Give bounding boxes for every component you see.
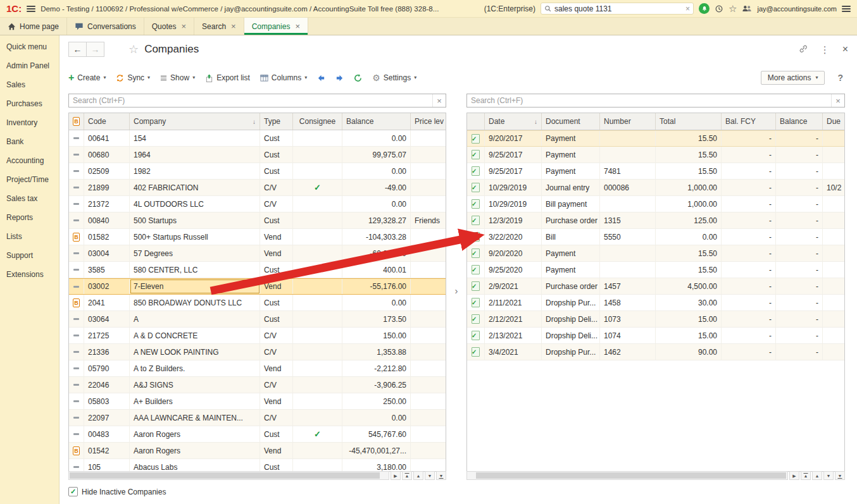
scrollbar-track[interactable] xyxy=(68,471,389,480)
cell-company[interactable]: 1964 xyxy=(130,147,260,163)
cell-total[interactable]: 15.00 xyxy=(656,311,722,327)
cell-price-level[interactable] xyxy=(411,393,446,409)
cell-bal-fcy[interactable]: - xyxy=(722,262,776,278)
cell-type[interactable]: Cust xyxy=(260,212,293,228)
panel-collapse-chevron[interactable]: › xyxy=(451,280,461,301)
cell-code[interactable]: 05790 xyxy=(84,360,130,376)
cell-type[interactable]: C/V xyxy=(260,377,293,393)
cell-company[interactable]: 57 Degrees xyxy=(130,245,260,261)
cell-type[interactable]: Cust xyxy=(260,311,293,327)
header-consignee[interactable]: Consignee xyxy=(293,113,342,130)
cell-consignee[interactable] xyxy=(293,443,342,458)
cell-document-type[interactable]: Payment xyxy=(542,131,600,146)
cell-marker[interactable]: B xyxy=(69,229,84,245)
companies-search-input[interactable] xyxy=(69,94,432,107)
cell-consignee[interactable] xyxy=(293,212,342,228)
cell-company[interactable]: 7-Eleven xyxy=(130,279,260,294)
cell-marker[interactable] xyxy=(69,196,84,212)
cell-code[interactable]: 03064 xyxy=(84,311,130,327)
cell-number[interactable] xyxy=(600,196,656,212)
document-row[interactable]: ✓10/29/2019Bill payment1,000.00-- xyxy=(467,196,844,212)
cell-doc-marker[interactable]: ✓ xyxy=(467,245,485,261)
cell-total[interactable]: 15.00 xyxy=(656,328,722,343)
cell-consignee[interactable] xyxy=(293,459,342,471)
cell-number[interactable]: 1074 xyxy=(600,328,656,343)
cell-company[interactable]: A NEW LOOK PAINTING xyxy=(130,344,260,360)
header-total[interactable]: Total xyxy=(656,113,722,130)
cell-total[interactable]: 0.00 xyxy=(656,229,722,245)
cell-company[interactable]: Abacus Labs xyxy=(130,459,260,471)
company-row[interactable]: 3585580 CENTER, LLCCust400.01 xyxy=(69,262,446,278)
cell-balance[interactable]: 400.01 xyxy=(342,262,411,278)
header-marker[interactable]: B xyxy=(69,113,84,130)
cell-total[interactable]: 1,000.00 xyxy=(656,196,722,212)
cell-code[interactable]: 03004 xyxy=(84,245,130,261)
cell-number[interactable]: 7481 xyxy=(600,163,656,179)
header-code[interactable]: Code xyxy=(84,113,130,130)
tab-conversations[interactable]: Conversations xyxy=(67,18,144,35)
cell-number[interactable]: 1457 xyxy=(600,278,656,294)
header-type[interactable]: Type xyxy=(260,113,293,130)
scrollbar-thumb[interactable] xyxy=(70,472,380,479)
cell-company[interactable]: A xyxy=(130,311,260,327)
document-row[interactable]: ✓9/25/2020Payment15.50-- xyxy=(467,262,844,278)
sidebar-item-reports[interactable]: Reports xyxy=(0,208,59,227)
cell-consignee[interactable] xyxy=(293,147,342,163)
cell-code[interactable]: 3585 xyxy=(84,262,130,278)
cell-balance[interactable]: -45,470,001,27... xyxy=(342,443,411,458)
scroll-right-button[interactable]: ▶ xyxy=(391,471,401,480)
cell-number[interactable]: 000086 xyxy=(600,180,656,195)
cell-number[interactable]: 1073 xyxy=(600,311,656,327)
cell-type[interactable]: Cust xyxy=(260,147,293,163)
back-button[interactable]: ← xyxy=(68,42,87,57)
cell-date[interactable]: 3/22/2020 xyxy=(485,229,542,245)
cell-balance[interactable]: -49.00 xyxy=(342,180,411,195)
cell-balance[interactable]: - xyxy=(776,163,823,179)
navigate-back-icon[interactable] xyxy=(317,74,325,82)
cell-consignee[interactable] xyxy=(293,377,342,393)
cell-document-type[interactable]: Purchase order xyxy=(542,278,600,294)
cell-price-level[interactable] xyxy=(411,377,446,393)
cell-company[interactable]: 4L OUTDOORS LLC xyxy=(130,196,260,212)
company-row[interactable]: 0300457 DegreesVend-60,000.00 xyxy=(69,245,446,262)
cell-bal-fcy[interactable]: - xyxy=(722,245,776,261)
header-balance[interactable]: Balance xyxy=(342,113,411,130)
cell-total[interactable]: 30.00 xyxy=(656,295,722,310)
cell-company[interactable]: A+ Builders xyxy=(130,393,260,409)
cell-code[interactable]: 01542 xyxy=(84,443,130,458)
scroll-to-top-button[interactable]: ▲ xyxy=(402,471,412,480)
cell-balance[interactable]: 129,328.27 xyxy=(342,212,411,228)
cell-code[interactable]: 21899 xyxy=(84,180,130,195)
tab-companies[interactable]: Companies× xyxy=(244,18,308,35)
cell-marker[interactable] xyxy=(69,262,84,278)
cell-bal-fcy[interactable]: - xyxy=(722,311,776,327)
cell-date[interactable]: 9/20/2017 xyxy=(485,131,542,146)
cell-price-level[interactable] xyxy=(411,295,446,310)
cell-balance[interactable]: 0.00 xyxy=(342,196,411,212)
sidebar-item-sales-tax[interactable]: Sales tax xyxy=(0,189,59,208)
cell-type[interactable]: C/V xyxy=(260,196,293,212)
cell-marker[interactable] xyxy=(69,328,84,343)
refresh-icon[interactable] xyxy=(354,74,362,82)
cell-bal-fcy[interactable]: - xyxy=(722,163,776,179)
cell-date[interactable]: 2/12/2021 xyxy=(485,311,542,327)
header-date[interactable]: Date ↓ xyxy=(485,113,542,130)
cell-balance[interactable]: 545,767.60 xyxy=(342,426,411,442)
cell-type[interactable]: Vend xyxy=(260,229,293,245)
cell-date[interactable]: 10/29/2019 xyxy=(485,196,542,212)
cell-document-type[interactable]: Bill xyxy=(542,229,600,245)
cell-marker[interactable] xyxy=(69,245,84,261)
cell-price-level[interactable] xyxy=(411,360,446,376)
cell-bal-fcy[interactable]: - xyxy=(722,295,776,310)
document-row[interactable]: ✓10/29/2019Journal entry0000861,000.00--… xyxy=(467,180,844,196)
cell-company[interactable]: A to Z Builders. xyxy=(130,360,260,376)
cell-price-level[interactable] xyxy=(411,245,446,261)
cell-marker[interactable] xyxy=(69,459,84,471)
company-row[interactable]: B01582500+ Startups RussellVend-104,303.… xyxy=(69,229,446,245)
cell-type[interactable]: C/V xyxy=(260,410,293,426)
cell-doc-marker[interactable]: ✓ xyxy=(467,196,485,212)
cell-code[interactable]: 105 xyxy=(84,459,130,471)
header-doc-marker[interactable] xyxy=(467,113,485,130)
cell-consignee[interactable] xyxy=(293,279,342,294)
scroll-up-button[interactable]: ▲ xyxy=(812,471,822,480)
